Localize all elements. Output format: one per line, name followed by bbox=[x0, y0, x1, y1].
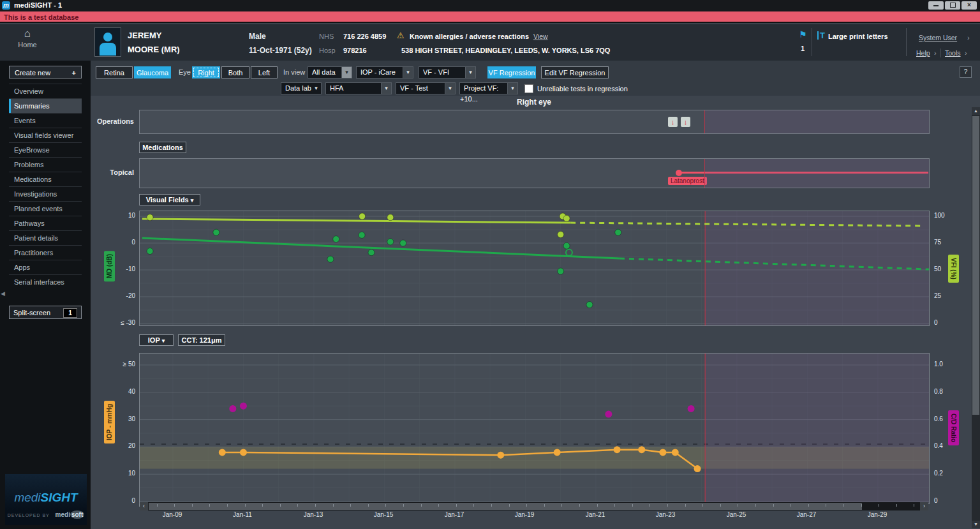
md-data-point[interactable] bbox=[387, 239, 394, 245]
close-button[interactable]: × bbox=[961, 1, 977, 10]
x-axis-tick-label: Jan-19 bbox=[505, 511, 544, 518]
split-screen-button[interactable]: Split-screen 1 bbox=[9, 306, 82, 319]
cd-ratio-data-point[interactable] bbox=[240, 403, 247, 410]
vf-regression-button[interactable]: VF Regression bbox=[487, 66, 536, 78]
tab-retina[interactable]: Retina bbox=[96, 66, 133, 78]
operation-marker-icon[interactable]: ↓ bbox=[681, 117, 690, 127]
iop-data-point[interactable] bbox=[240, 449, 247, 456]
unreliable-tests-checkbox[interactable] bbox=[524, 84, 533, 93]
visual-fields-chart[interactable] bbox=[139, 211, 930, 326]
md-excluded-point[interactable] bbox=[566, 250, 572, 256]
vertical-scrollbar-thumb[interactable] bbox=[972, 116, 979, 415]
iop-data-point[interactable] bbox=[554, 449, 561, 456]
help-link[interactable]: Help bbox=[916, 49, 930, 57]
medications-section-button[interactable]: Medications bbox=[139, 142, 186, 153]
content-vertical-scrollbar[interactable]: ▲ ▼ bbox=[972, 107, 980, 528]
scroll-right-button[interactable]: › bbox=[920, 502, 928, 510]
data-labels-select[interactable]: Data labels ▾ bbox=[281, 82, 322, 94]
eye-left-button[interactable]: Left bbox=[251, 66, 278, 78]
vfi-data-point[interactable] bbox=[387, 214, 394, 221]
timeline-horizontal-scrollbar[interactable]: ‹ › bbox=[140, 502, 928, 510]
iop-data-point[interactable] bbox=[694, 465, 701, 472]
md-data-point[interactable] bbox=[147, 248, 153, 255]
vfi-data-point[interactable] bbox=[558, 232, 564, 238]
sidebar-collapse-arrow-icon[interactable]: ◀ bbox=[1, 290, 5, 297]
sidebar-item-overview[interactable]: Overview bbox=[9, 84, 82, 98]
sidebar-item-medications[interactable]: Medications bbox=[9, 172, 82, 186]
edit-vf-regression-button[interactable]: Edit VF Regression bbox=[541, 66, 609, 78]
iop-device-select[interactable]: IOP - iCare ▾ bbox=[356, 66, 413, 78]
cd-ratio-data-point[interactable] bbox=[229, 405, 236, 412]
md-data-point[interactable] bbox=[558, 268, 564, 274]
md-data-point[interactable] bbox=[563, 242, 570, 249]
cct-button[interactable]: CCT: 121μm bbox=[178, 334, 225, 346]
md-data-point[interactable] bbox=[368, 250, 375, 256]
project-vf-select[interactable]: Project VF: +10... ▾ bbox=[459, 82, 518, 94]
iop-data-point[interactable] bbox=[659, 449, 666, 456]
sidebar-item-serial-interfaces[interactable]: Serial interfaces bbox=[9, 274, 82, 289]
vf-test-select[interactable]: VF - Test ▾ bbox=[396, 82, 456, 94]
visual-fields-dropdown[interactable]: Visual Fields ▾ bbox=[139, 194, 200, 205]
vfi-data-point[interactable] bbox=[147, 214, 153, 221]
scroll-up-button[interactable]: ▲ bbox=[972, 107, 980, 115]
sidebar-item-apps[interactable]: Apps bbox=[9, 260, 82, 274]
all-data-select[interactable]: All data ▾ bbox=[308, 66, 352, 78]
x-axis-tick bbox=[262, 504, 263, 507]
md-data-point[interactable] bbox=[400, 240, 406, 246]
sidebar-item-eyebrowse[interactable]: EyeBrowse bbox=[9, 142, 82, 157]
iop-data-point[interactable] bbox=[672, 449, 679, 456]
sidebar-item-pathways[interactable]: Pathways bbox=[9, 216, 82, 230]
eye-both-button[interactable]: Both bbox=[221, 66, 249, 78]
system-user-link[interactable]: System User bbox=[919, 34, 957, 41]
medication-start-marker[interactable] bbox=[676, 170, 682, 176]
eye-right-button[interactable]: Right bbox=[192, 66, 220, 78]
iop-data-point[interactable] bbox=[638, 446, 645, 453]
iop-data-point[interactable] bbox=[614, 446, 621, 453]
vfi-data-point[interactable] bbox=[359, 213, 366, 220]
iop-chart[interactable] bbox=[139, 353, 930, 504]
future-projection-region bbox=[704, 110, 929, 133]
patient-photo[interactable] bbox=[94, 27, 121, 57]
scroll-down-button[interactable]: ▼ bbox=[972, 521, 980, 528]
vfi-data-point[interactable] bbox=[563, 215, 570, 221]
cd-ratio-data-point[interactable] bbox=[605, 411, 612, 418]
iop-data-point[interactable] bbox=[497, 452, 504, 459]
md-data-point[interactable] bbox=[213, 229, 219, 235]
maximize-button[interactable] bbox=[945, 1, 960, 10]
medication-label[interactable]: Latanoprost bbox=[668, 177, 707, 185]
sidebar-item-events[interactable]: Events bbox=[9, 113, 82, 128]
y-axis-tick-label: ≤ -30 bbox=[102, 319, 135, 326]
md-data-point[interactable] bbox=[615, 229, 621, 235]
iop-data-point[interactable] bbox=[219, 449, 226, 456]
allergies-view-link[interactable]: View bbox=[533, 33, 548, 40]
sidebar-item-patient-details[interactable]: Patient details bbox=[9, 230, 82, 245]
plus-icon: + bbox=[72, 66, 76, 79]
flag-icon[interactable]: ⚑ bbox=[799, 29, 807, 40]
md-data-point[interactable] bbox=[359, 232, 365, 238]
md-data-point[interactable] bbox=[327, 256, 334, 262]
cd-ratio-data-point[interactable] bbox=[688, 405, 695, 412]
sidebar-item-practitioners[interactable]: Practitioners bbox=[9, 245, 82, 260]
operation-marker-icon[interactable]: ↓ bbox=[668, 117, 678, 127]
sidebar-item-planned-events[interactable]: Planned events bbox=[9, 201, 82, 216]
create-new-button[interactable]: Create new + bbox=[9, 66, 82, 78]
sidebar-item-investigations[interactable]: Investigations bbox=[9, 186, 82, 201]
md-data-point[interactable] bbox=[333, 236, 339, 242]
sidebar-item-summaries[interactable]: Summaries bbox=[9, 98, 82, 113]
chevron-down-icon: ▾ bbox=[381, 83, 391, 94]
help-button[interactable]: ? bbox=[960, 66, 972, 78]
vf-metric-select[interactable]: VF - VFI ▾ bbox=[419, 66, 476, 78]
sidebar-item-problems[interactable]: Problems bbox=[9, 157, 82, 172]
y-axis-tick-label: -20 bbox=[102, 292, 135, 299]
iop-dropdown[interactable]: IOP ▾ bbox=[139, 334, 174, 346]
x-axis-tick bbox=[702, 504, 703, 507]
hfa-select[interactable]: HFA ▾ bbox=[325, 82, 392, 94]
home-button[interactable]: ⌂ Home bbox=[13, 28, 42, 56]
tools-link[interactable]: Tools bbox=[945, 49, 961, 57]
minimize-button[interactable] bbox=[928, 1, 944, 10]
sidebar-item-visual-fields-viewer[interactable]: Visual fields viewer bbox=[9, 128, 82, 142]
tab-glaucoma[interactable]: Glaucoma bbox=[134, 66, 171, 78]
vfi-axis-label: VFI (%) bbox=[948, 255, 959, 283]
scroll-left-button[interactable]: ‹ bbox=[140, 502, 148, 510]
md-data-point[interactable] bbox=[586, 302, 593, 308]
